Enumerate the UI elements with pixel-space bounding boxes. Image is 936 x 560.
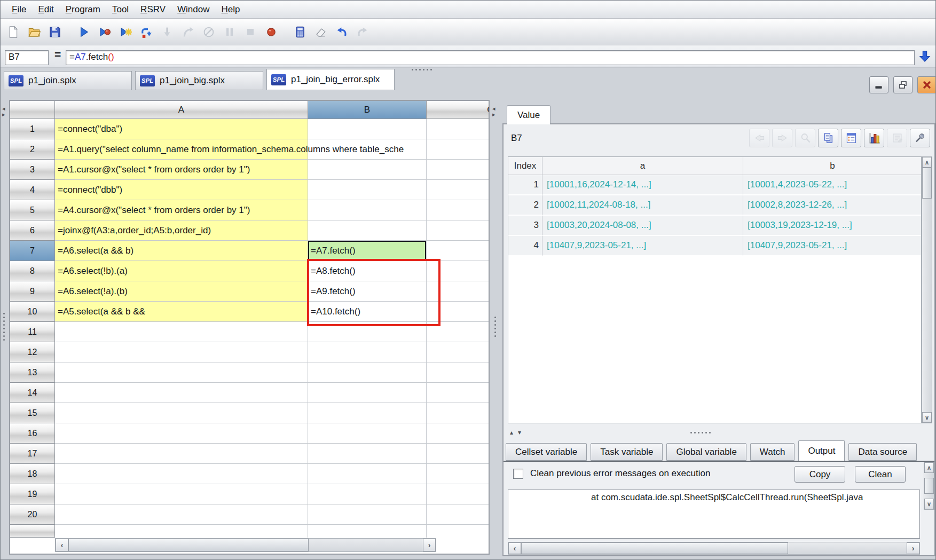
row-header-15[interactable]: 15: [10, 403, 55, 423]
cell-B15[interactable]: [308, 403, 427, 423]
tab-task-variable[interactable]: Task variable: [591, 443, 663, 461]
row-header-7[interactable]: 7: [10, 241, 55, 261]
value-cell-b-2[interactable]: [10002,8,2023-12-26, ...]: [743, 195, 922, 216]
value-index-3[interactable]: 3: [508, 216, 542, 236]
cell-B8[interactable]: =A8.fetch(): [308, 261, 427, 281]
row-header-5[interactable]: 5: [10, 200, 55, 220]
row-header-19[interactable]: 19: [10, 484, 55, 504]
cell-A2[interactable]: =A1.query("select column_name from infor…: [55, 139, 308, 160]
value-cell-a-4[interactable]: [10407,9,2023-05-21, ...]: [542, 236, 743, 256]
splitter-up-icon[interactable]: ▴: [510, 429, 513, 436]
scroll-right-button[interactable]: ›: [423, 539, 436, 551]
file-tab-p1_join_big_error.splx[interactable]: SPLp1_join_big_error.splx: [266, 69, 395, 90]
scroll-thumb[interactable]: [68, 539, 309, 551]
cell-C12[interactable]: [427, 342, 490, 362]
splitter-down-icon[interactable]: ▾: [518, 429, 521, 436]
error-horizontal-scrollbar[interactable]: ‹ ›: [508, 542, 920, 555]
splitter-right-icon[interactable]: ▸: [2, 112, 5, 117]
row-header-11[interactable]: 11: [10, 322, 55, 342]
cell-B1[interactable]: [308, 119, 427, 139]
row-header-14[interactable]: 14: [10, 383, 55, 403]
scroll-track[interactable]: [922, 199, 932, 412]
row-header-20[interactable]: 20: [10, 504, 55, 525]
cell-A15[interactable]: [55, 403, 308, 423]
menu-item-rsrv[interactable]: RSRV: [135, 2, 171, 17]
cell-B4[interactable]: [308, 180, 427, 200]
menu-item-program[interactable]: Program: [60, 2, 106, 17]
row-header-18[interactable]: 18: [10, 464, 55, 484]
cell-B6[interactable]: [308, 220, 427, 241]
menu-item-window[interactable]: Window: [171, 2, 215, 17]
error-vertical-scrollbar[interactable]: ∧ ∨: [924, 462, 934, 510]
cell-C8[interactable]: [427, 261, 490, 281]
cell-C2[interactable]: [427, 139, 490, 160]
row-header-1[interactable]: 1: [10, 119, 55, 139]
bottom-splitter-handle[interactable]: [690, 432, 711, 433]
pin-button[interactable]: [910, 129, 930, 147]
scroll-track[interactable]: [788, 542, 907, 554]
scroll-left-button[interactable]: ‹: [508, 542, 521, 554]
tab-watch[interactable]: Watch: [750, 443, 795, 461]
cell-A6[interactable]: =joinx@f(A3:a,order_id;A5:b,order_id): [55, 220, 308, 241]
file-tab-p1_join.splx[interactable]: SPLp1_join.splx: [4, 71, 132, 90]
cell-C17[interactable]: [427, 444, 490, 464]
value-index-2[interactable]: 2: [508, 195, 542, 216]
row-header-12[interactable]: 12: [10, 342, 55, 362]
cell-C11[interactable]: [427, 322, 490, 342]
tab-global-variable[interactable]: Global variable: [666, 443, 746, 461]
cell-A5[interactable]: =A4.cursor@x("select * from orders order…: [55, 200, 308, 220]
cell-A13[interactable]: [55, 362, 308, 383]
cell-B3[interactable]: [308, 160, 427, 180]
value-cell-a-1[interactable]: [10001,16,2024-12-14, ...]: [542, 175, 743, 195]
cell-B18[interactable]: [308, 464, 427, 484]
execute-debug-button[interactable]: [96, 23, 113, 41]
minimize-button[interactable]: [869, 76, 888, 93]
file-tab-p1_join_big.splx[interactable]: SPLp1_join_big.splx: [135, 71, 263, 90]
left-splitter-handle[interactable]: [3, 313, 5, 341]
column-header-A[interactable]: A: [55, 101, 308, 119]
cell-B20[interactable]: [308, 504, 427, 525]
menu-item-edit[interactable]: Edit: [32, 2, 59, 17]
splitter-left-icon[interactable]: ◂: [2, 106, 5, 111]
value-column-header-index[interactable]: Index: [508, 157, 542, 175]
cell-C14[interactable]: [427, 383, 490, 403]
row-header-4[interactable]: 4: [10, 180, 55, 200]
grid-corner-cell[interactable]: [10, 101, 55, 119]
cell-B14[interactable]: [308, 383, 427, 403]
step-next-button[interactable]: [138, 23, 155, 41]
formula-expand-button[interactable]: [917, 49, 933, 65]
scroll-up-button[interactable]: ∧: [924, 462, 934, 473]
cell-B10[interactable]: =A10.fetch(): [308, 302, 427, 322]
calc-current-button[interactable]: [117, 23, 134, 41]
cell-A8[interactable]: =A6.select(!b).(a): [55, 261, 308, 281]
cell-A3[interactable]: =A1.cursor@x("select * from orders order…: [55, 160, 308, 180]
row-header-2[interactable]: 2: [10, 139, 55, 160]
cell-B13[interactable]: [308, 362, 427, 383]
cell-C9[interactable]: [427, 281, 490, 302]
cell-C3[interactable]: [427, 160, 490, 180]
scroll-up-button[interactable]: ∧: [922, 157, 932, 168]
clean-errors-checkbox[interactable]: [513, 469, 523, 479]
center-splitter-handle[interactable]: [494, 317, 496, 337]
cell-C15[interactable]: [427, 403, 490, 423]
cell-A4[interactable]: =connect("dbb"): [55, 180, 308, 200]
new-file-button[interactable]: [5, 23, 22, 41]
cell-A14[interactable]: [55, 383, 308, 403]
grid-horizontal-scrollbar[interactable]: ‹ ›: [55, 538, 436, 552]
cell-B11[interactable]: [308, 322, 427, 342]
save-button[interactable]: [46, 23, 64, 41]
cell-B16[interactable]: [308, 423, 427, 444]
scroll-track[interactable]: [924, 494, 934, 499]
value-table-scrollbar[interactable]: ∧ ∨: [922, 156, 932, 423]
cell-B5[interactable]: [308, 200, 427, 220]
formula-input[interactable]: =A7.fetch(): [66, 50, 915, 65]
open-file-button[interactable]: [26, 23, 43, 41]
cell-C20[interactable]: [427, 504, 490, 525]
tab-data-source[interactable]: Data source: [848, 443, 917, 461]
value-cell-a-3[interactable]: [10003,20,2024-08-08, ...]: [542, 216, 743, 236]
cell-C13[interactable]: [427, 362, 490, 383]
value-cell-b-4[interactable]: [10407,9,2023-05-21, ...]: [743, 236, 922, 256]
scroll-thumb[interactable]: [521, 542, 788, 554]
cell-C6[interactable]: [427, 220, 490, 241]
cell-A7[interactable]: =A6.select(a && b): [55, 241, 308, 261]
